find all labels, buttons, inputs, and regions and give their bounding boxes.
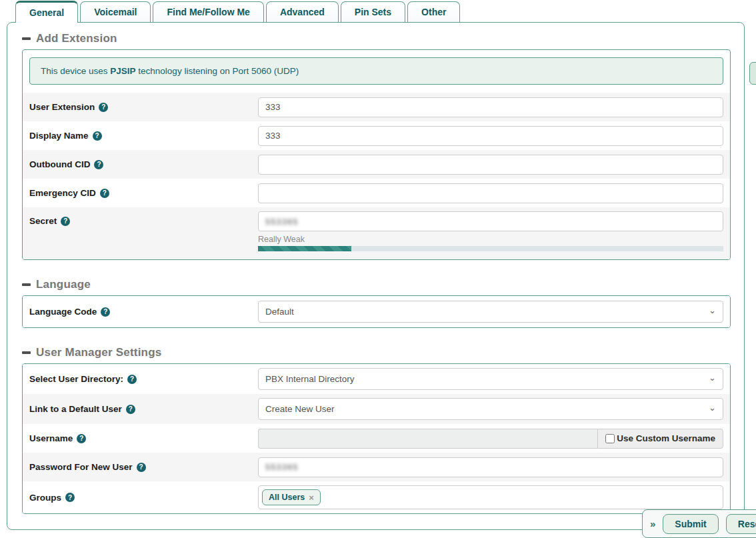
reset-button[interactable]: Reset (726, 514, 756, 534)
tab-other[interactable]: Other (407, 1, 460, 22)
group-tag-label: All Users (269, 493, 305, 502)
groups-label: Groups (29, 493, 61, 503)
user-extension-input[interactable] (258, 97, 723, 117)
emergency-cid-label: Emergency CID (29, 188, 96, 198)
section-header-language[interactable]: Language (22, 278, 731, 291)
device-technology-notice: This device uses PJSIP technology listen… (29, 57, 723, 85)
notice-text-before: This device uses (41, 66, 110, 76)
tab-pin-sets[interactable]: Pin Sets (341, 1, 405, 22)
row-groups: Groups ? All Users × (23, 481, 730, 513)
outbound-cid-label: Outbound CID (29, 159, 90, 169)
help-icon[interactable]: ? (65, 493, 75, 502)
secret-label: Secret (29, 216, 57, 226)
group-tag-all-users: All Users × (262, 489, 321, 505)
use-custom-username-addon[interactable]: Use Custom Username (597, 429, 723, 449)
section-title: Language (36, 278, 91, 291)
section-title: Add Extension (36, 32, 117, 45)
submit-button[interactable]: Submit (663, 514, 718, 534)
row-emergency-cid: Emergency CID ? (23, 179, 730, 207)
row-password-new-user: Password For New User ? 553365 (23, 453, 730, 481)
tab-advanced[interactable]: Advanced (266, 1, 339, 22)
groups-tag-input[interactable]: All Users × (258, 485, 723, 509)
collapse-icon (22, 37, 31, 40)
tab-find-me-follow-me[interactable]: Find Me/Follow Me (153, 1, 263, 22)
user-directory-selected-value: PBX Internal Directory (265, 374, 355, 384)
use-custom-username-checkbox[interactable] (605, 434, 615, 443)
chevron-down-icon: ⌄ (709, 306, 716, 315)
password-value-blurred: 553365 (265, 462, 298, 472)
password-new-user-label: Password For New User (29, 462, 133, 472)
section-header-user-manager[interactable]: User Manager Settings (22, 346, 731, 359)
help-icon[interactable]: ? (94, 160, 103, 169)
section-title: User Manager Settings (36, 346, 161, 359)
secret-input[interactable]: 553365 (258, 211, 723, 231)
action-toolbar: » Submit Reset (642, 509, 756, 538)
page: General Voicemail Find Me/Follow Me Adva… (0, 0, 756, 538)
language-code-select[interactable]: Default ⌄ (258, 301, 723, 323)
tab-voicemail[interactable]: Voicemail (80, 1, 151, 22)
language-code-selected-value: Default (265, 307, 294, 317)
chevron-down-icon: ⌄ (709, 403, 716, 412)
password-new-user-input[interactable]: 553365 (258, 457, 723, 477)
notice-text-after: technology listening on Port 5060 (UDP) (136, 66, 299, 76)
row-select-user-directory: Select User Directory: ? PBX Internal Di… (23, 364, 730, 394)
user-manager-fieldset: Select User Directory: ? PBX Internal Di… (22, 363, 731, 514)
row-link-default-user: Link to a Default User ? Create New User… (23, 394, 730, 424)
password-strength-meter (258, 246, 723, 251)
help-icon[interactable]: ? (61, 217, 70, 226)
add-extension-fieldset: This device uses PJSIP technology listen… (22, 49, 731, 260)
secret-value-blurred: 553365 (265, 217, 298, 227)
display-name-input[interactable] (258, 126, 723, 146)
link-default-user-label: Link to a Default User (29, 404, 122, 414)
link-default-user-selected-value: Create New User (265, 404, 335, 414)
side-panel-peek-button[interactable] (749, 62, 756, 85)
toolbar-collapse-icon[interactable]: » (650, 518, 655, 529)
use-custom-username-label: Use Custom Username (617, 433, 715, 443)
remove-tag-icon[interactable]: × (309, 493, 314, 502)
username-input (258, 429, 597, 449)
row-outbound-cid: Outbound CID ? (23, 150, 730, 179)
user-directory-select[interactable]: PBX Internal Directory ⌄ (258, 368, 723, 390)
help-icon[interactable]: ? (101, 307, 110, 317)
chevron-down-icon: ⌄ (709, 373, 716, 382)
help-icon[interactable]: ? (99, 103, 108, 112)
notice-tech: PJSIP (110, 66, 135, 76)
display-name-label: Display Name (29, 131, 89, 141)
row-display-name: Display Name ? (23, 121, 730, 150)
language-code-label: Language Code (29, 307, 97, 317)
select-user-directory-label: Select User Directory: (29, 374, 123, 384)
general-tab-panel: Add Extension This device uses PJSIP tec… (7, 22, 745, 530)
help-icon[interactable]: ? (126, 405, 135, 414)
row-language-code: Language Code ? Default ⌄ (23, 296, 730, 327)
emergency-cid-input[interactable] (258, 183, 723, 203)
row-username: Username ? Use Custom Username (23, 424, 730, 453)
outbound-cid-input[interactable] (258, 155, 723, 175)
collapse-icon (22, 351, 31, 354)
row-user-extension: User Extension ? (23, 93, 730, 121)
language-fieldset: Language Code ? Default ⌄ (22, 295, 731, 328)
password-strength-bar-fill (258, 246, 351, 251)
tab-bar: General Voicemail Find Me/Follow Me Adva… (15, 1, 460, 23)
user-extension-label: User Extension (29, 102, 95, 112)
collapse-icon (22, 283, 31, 286)
link-default-user-select[interactable]: Create New User ⌄ (258, 398, 723, 420)
help-icon[interactable]: ? (93, 131, 102, 141)
row-secret: Secret ? 553365 Really Weak (23, 207, 730, 259)
help-icon[interactable]: ? (100, 189, 109, 198)
section-header-add-extension[interactable]: Add Extension (22, 32, 731, 45)
help-icon[interactable]: ? (77, 434, 86, 443)
username-label: Username (29, 433, 73, 443)
help-icon[interactable]: ? (137, 463, 146, 472)
help-icon[interactable]: ? (127, 375, 137, 384)
tab-general[interactable]: General (15, 1, 78, 23)
password-strength-label: Really Weak (258, 235, 723, 244)
